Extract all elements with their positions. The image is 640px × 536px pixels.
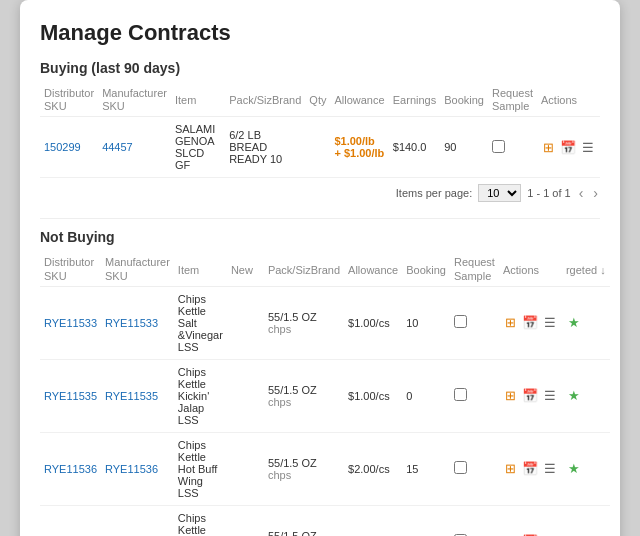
- nb-new: [227, 505, 264, 536]
- buying-item: SALAMI GENOA SLCD GF: [171, 117, 225, 178]
- nb-booking: 0: [402, 505, 450, 536]
- not-buying-row: RYE11536 RYE11536 Chips Kettle Hot Buff …: [40, 432, 610, 505]
- buying-request-sample[interactable]: [488, 117, 537, 178]
- nb-actions: ⊞ 📅 ☰: [499, 359, 562, 432]
- nb-allowance: $1.00/cs: [344, 359, 402, 432]
- nb-col-new: New: [227, 253, 264, 286]
- nb-request-sample[interactable]: [450, 359, 499, 432]
- nb-dist-sku: RYE11533: [40, 286, 101, 359]
- nb-grid-icon-btn[interactable]: ⊞: [503, 460, 518, 477]
- nb-mfr-sku: RYE11533: [101, 286, 174, 359]
- star-btn[interactable]: ★: [566, 460, 582, 477]
- nb-targeted: ☆: [562, 505, 610, 536]
- nb-item: Chips Kettle Salt &Vinegar LSS: [174, 286, 227, 359]
- items-per-page-select[interactable]: 10 25 50: [478, 184, 521, 202]
- buying-col-qty: Qty: [305, 84, 330, 117]
- nb-mfr-sku: RYE11536: [101, 432, 174, 505]
- nb-request-sample[interactable]: [450, 505, 499, 536]
- star-btn[interactable]: ★: [566, 387, 582, 404]
- nb-col-targeted: rgeted ↓: [562, 253, 610, 286]
- buying-dist-sku: 150299: [40, 117, 98, 178]
- nb-pack-size: 55/1.5 OZchps: [264, 286, 344, 359]
- not-buying-section-title: Not Buying: [40, 229, 600, 245]
- nb-new: [227, 359, 264, 432]
- nb-targeted: ★: [562, 432, 610, 505]
- nb-dist-sku: RYE11536: [40, 432, 101, 505]
- buying-actions: ⊞ 📅 ☰: [537, 117, 600, 178]
- buying-col-mfr-sku: ManufacturerSKU: [98, 84, 171, 117]
- buying-row: 150299 44457 SALAMI GENOA SLCD GF 6/2 LB…: [40, 117, 600, 178]
- buying-allowance: $1.00/lb+ $1.00/lb: [330, 117, 388, 178]
- nb-dist-sku: RYE11535: [40, 359, 101, 432]
- buying-col-item: Item: [171, 84, 225, 117]
- buying-mfr-sku: 44457: [98, 117, 171, 178]
- nb-allowance: $3.00/cs: [344, 505, 402, 536]
- nb-item: Chips Kettle Kickin' Jalap LSS: [174, 359, 227, 432]
- nb-booking: 0: [402, 359, 450, 432]
- nb-col-pack: Pack/SizBrand: [264, 253, 344, 286]
- buying-col-booking: Booking: [440, 84, 488, 117]
- nb-mfr-sku: RYE11537: [101, 505, 174, 536]
- page-info: 1 - 1 of 1: [527, 187, 570, 199]
- not-buying-row: RYE11533 RYE11533 Chips Kettle Salt &Vin…: [40, 286, 610, 359]
- nb-grid-icon-btn[interactable]: ⊞: [503, 387, 518, 404]
- nb-actions: ⊞ 📅 ☰: [499, 432, 562, 505]
- nb-allowance: $1.00/cs: [344, 286, 402, 359]
- buying-section-title: Buying (last 90 days): [40, 60, 600, 76]
- star-btn[interactable]: ★: [566, 314, 582, 331]
- nb-request-sample[interactable]: [450, 432, 499, 505]
- nb-actions: ⊞ 📅 ☰: [499, 505, 562, 536]
- nb-allowance: $2.00/cs: [344, 432, 402, 505]
- buying-col-request-sample: RequestSample: [488, 84, 537, 117]
- not-buying-row: RYE11535 RYE11535 Chips Kettle Kickin' J…: [40, 359, 610, 432]
- buying-col-allowance: Allowance: [330, 84, 388, 117]
- nb-item: Chips Kettle Parm & Garlic LSS: [174, 505, 227, 536]
- not-buying-table: DistributorSKU ManufacturerSKU Item New …: [40, 253, 610, 536]
- not-buying-row: RYE11537 RYE11537 Chips Kettle Parm & Ga…: [40, 505, 610, 536]
- nb-pack-size: 55/1.5 OZchps: [264, 359, 344, 432]
- nb-item: Chips Kettle Hot Buff Wing LSS: [174, 432, 227, 505]
- nb-col-mfr: ManufacturerSKU: [101, 253, 174, 286]
- page-title: Manage Contracts: [40, 20, 600, 46]
- nb-dist-sku: RYE11537: [40, 505, 101, 536]
- next-page-btn[interactable]: ›: [591, 185, 600, 201]
- nb-col-booking: Booking: [402, 253, 450, 286]
- nb-request-sample[interactable]: [450, 286, 499, 359]
- buying-pagination: Items per page: 10 25 50 1 - 1 of 1 ‹ ›: [40, 178, 600, 208]
- buying-col-pack: Pack/SizBrand: [225, 84, 305, 117]
- nb-menu-icon-btn[interactable]: ☰: [542, 314, 558, 331]
- nb-menu-icon-btn[interactable]: ☰: [542, 387, 558, 404]
- nb-grid-icon-btn[interactable]: ⊞: [503, 314, 518, 331]
- prev-page-btn[interactable]: ‹: [577, 185, 586, 201]
- nb-actions: ⊞ 📅 ☰: [499, 286, 562, 359]
- buying-earnings: $140.0: [389, 117, 440, 178]
- buying-qty: [305, 117, 330, 178]
- nb-new: [227, 286, 264, 359]
- buying-col-actions: Actions: [537, 84, 600, 117]
- nb-pack-size: 55/1.5 OZchps: [264, 432, 344, 505]
- buying-menu-icon-btn[interactable]: ☰: [580, 139, 596, 156]
- items-per-page-label: Items per page:: [396, 187, 472, 199]
- nb-col-request: RequestSample: [450, 253, 499, 286]
- nb-booking: 15: [402, 432, 450, 505]
- buying-calendar-icon-btn[interactable]: 📅: [558, 139, 578, 156]
- nb-calendar-icon-btn[interactable]: 📅: [520, 314, 540, 331]
- buying-col-earnings: Earnings: [389, 84, 440, 117]
- nb-booking: 10: [402, 286, 450, 359]
- buying-booking: 90: [440, 117, 488, 178]
- section-divider: [40, 218, 600, 219]
- nb-col-dist: DistributorSKU: [40, 253, 101, 286]
- buying-table: DistributorSKU ManufacturerSKU Item Pack…: [40, 84, 600, 178]
- nb-targeted: ★: [562, 359, 610, 432]
- nb-new: [227, 432, 264, 505]
- buying-pack-size: 6/2 LB BREAD READY 10: [225, 117, 305, 178]
- buying-col-dist-sku: DistributorSKU: [40, 84, 98, 117]
- nb-pack-size: 55/1.5 OZchps: [264, 505, 344, 536]
- nb-menu-icon-btn[interactable]: ☰: [542, 460, 558, 477]
- nb-col-allowance: Allowance: [344, 253, 402, 286]
- manage-contracts-card: Manage Contracts Buying (last 90 days) D…: [20, 0, 620, 536]
- buying-grid-icon-btn[interactable]: ⊞: [541, 139, 556, 156]
- nb-calendar-icon-btn[interactable]: 📅: [520, 460, 540, 477]
- nb-col-actions: Actions: [499, 253, 562, 286]
- nb-calendar-icon-btn[interactable]: 📅: [520, 387, 540, 404]
